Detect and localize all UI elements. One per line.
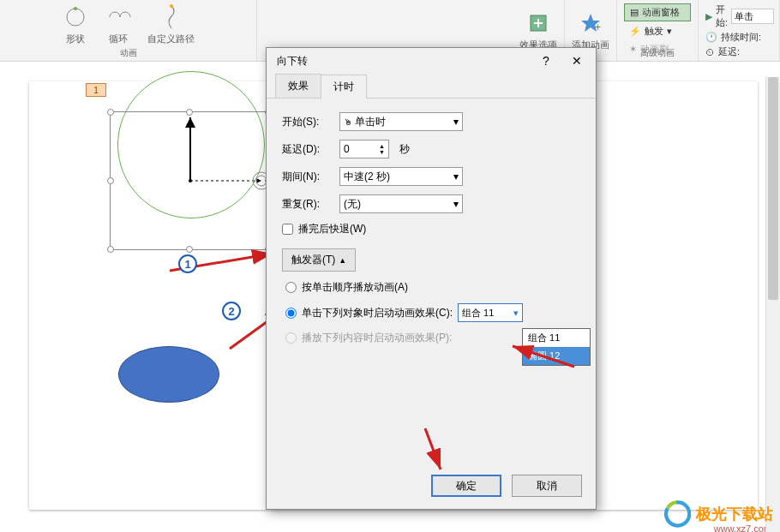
chevron-down-icon: ▾ — [453, 170, 459, 182]
annotation-arrow — [506, 341, 583, 375]
chevron-down-icon: ▾ — [453, 116, 459, 128]
clock-icon: 🕐 — [705, 32, 717, 43]
blue-ellipse-shape[interactable] — [118, 346, 219, 403]
brush-icon: ✶ — [629, 44, 637, 55]
resize-handle[interactable] — [186, 109, 193, 116]
repeat-label: 重复(R): — [282, 197, 329, 212]
tab-timing[interactable]: 计时 — [321, 75, 367, 99]
start-property: ▶ 开始: — [705, 3, 772, 29]
ribbon-shape-button[interactable]: 形状 — [62, 3, 89, 45]
help-button[interactable]: ? — [534, 51, 558, 70]
effect-options-icon — [525, 9, 552, 37]
rewind-checkbox[interactable] — [282, 224, 293, 235]
dialog-titlebar[interactable]: 向下转 ? ✕ — [267, 48, 596, 74]
selection-box[interactable] — [110, 111, 269, 250]
bolt-icon: ⚡ — [629, 26, 641, 37]
scrollbar-thumb[interactable] — [768, 77, 778, 300]
close-button[interactable]: ✕ — [565, 51, 589, 70]
svg-line-13 — [513, 346, 574, 367]
watermark: 极光下载站 — [662, 499, 773, 529]
add-anim-star-icon: + — [577, 9, 604, 37]
trigger-toggle-button[interactable]: 触发器(T) ▲ — [282, 248, 356, 272]
ribbon-loop-button[interactable]: 循环 — [105, 3, 132, 45]
animation-tag-1[interactable]: 1 — [86, 83, 106, 97]
radio-sequence-label: 按单击顺序播放动画(A) — [302, 280, 408, 295]
rewind-label: 播完后快退(W) — [298, 222, 366, 236]
mouse-click-icon: 🖱 — [344, 117, 355, 127]
delay-unit: 秒 — [399, 142, 410, 157]
svg-point-8 — [189, 179, 192, 182]
radio-sequence[interactable] — [285, 282, 297, 293]
ribbon-group-advanced-label: 高级动画 — [640, 47, 675, 59]
annotation-badge-1: 1 — [178, 254, 197, 273]
start-label: 开始(S): — [282, 115, 329, 129]
chevron-down-icon: ▾ — [453, 198, 459, 210]
resize-handle[interactable] — [107, 246, 114, 253]
svg-point-0 — [67, 9, 84, 26]
anim-pane-icon: ▤ — [630, 7, 639, 18]
radio-play-content — [285, 332, 297, 344]
ribbon-custom-path-button[interactable]: 自定义路径 — [147, 3, 195, 45]
timing-form: 开始(S): 🖱 单击时 ▾ 延迟(D): 0 ▲▼ 秒 期间(N): 中速(2… — [267, 99, 596, 368]
chevron-down-icon: ▾ — [513, 308, 519, 319]
trigger-object-select[interactable]: 组合 11 ▾ — [458, 303, 523, 322]
annotation-arrow — [415, 421, 466, 481]
custom-path-icon — [158, 3, 185, 31]
tab-effect[interactable]: 效果 — [275, 74, 321, 98]
watermark-text: 极光下载站 — [696, 504, 773, 524]
cancel-button[interactable]: 取消 — [512, 475, 582, 497]
svg-point-2 — [170, 4, 173, 8]
delay-label: 延迟(D): — [282, 142, 329, 157]
start-select[interactable]: 🖱 单击时 ▾ — [339, 112, 463, 131]
effect-options-button[interactable]: 效果选项 — [519, 9, 557, 51]
annotation-badge-2: 2 — [222, 302, 241, 320]
spin-down-icon[interactable]: ▼ — [379, 149, 385, 155]
start-value-input[interactable] — [731, 9, 774, 24]
ribbon-shape-label: 形状 — [66, 33, 85, 45]
trigger-button[interactable]: ⚡ 触发 ▾ — [624, 23, 691, 39]
animation-pane-button[interactable]: ▤ 动画窗格 — [624, 3, 691, 21]
spin-up-icon[interactable]: ▲ — [379, 143, 385, 149]
delay-spinner[interactable]: 0 ▲▼ — [339, 140, 389, 158]
svg-point-1 — [74, 7, 77, 10]
svg-text:+: + — [595, 21, 601, 33]
radio-play-content-label: 播放下列内容时启动动画效果(P): — [302, 331, 452, 345]
dialog-title: 向下转 — [277, 54, 308, 69]
chevron-down-icon: ▾ — [667, 26, 672, 37]
radio-click-object-label: 单击下列对象时启动动画效果(C): — [302, 306, 453, 320]
svg-line-14 — [425, 428, 441, 469]
group-anchor-icon — [111, 112, 268, 249]
repeat-select[interactable]: (无) ▾ — [339, 194, 463, 213]
delay-icon: ⏲ — [705, 47, 715, 57]
ribbon-custom-path-label: 自定义路径 — [147, 33, 195, 45]
loop-icon — [105, 3, 132, 31]
resize-handle[interactable] — [107, 109, 114, 116]
ribbon-loop-label: 循环 — [109, 33, 128, 45]
dialog-tabs: 效果 计时 — [267, 74, 596, 99]
period-label: 期间(N): — [282, 170, 329, 184]
radio-click-object[interactable] — [285, 308, 297, 319]
ribbon-group-anim-label: 动画 — [120, 47, 137, 59]
period-select[interactable]: 中速(2 秒) ▾ — [339, 167, 463, 186]
watermark-logo-icon — [662, 499, 691, 529]
play-icon: ▶ — [705, 11, 712, 22]
add-animation-button[interactable]: + 添加动画 — [572, 9, 609, 51]
duration-property: 🕐 持续时间: — [705, 31, 772, 44]
shape-circle-icon — [62, 3, 89, 31]
delay-property: ⏲ 延迟: — [705, 45, 772, 58]
vertical-scrollbar[interactable] — [765, 77, 780, 532]
resize-handle[interactable] — [107, 177, 114, 184]
collapse-up-icon: ▲ — [339, 256, 346, 265]
